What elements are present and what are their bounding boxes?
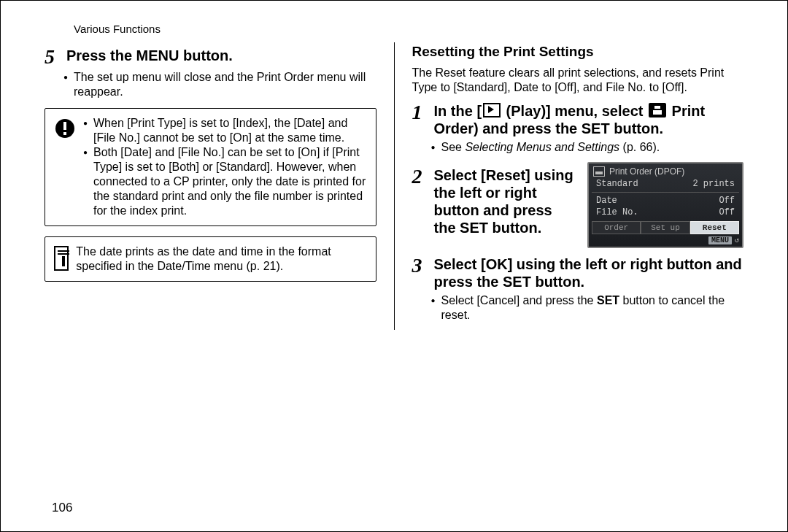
right-intro: The Reset feature clears all print selec… bbox=[412, 66, 744, 95]
printer-icon bbox=[593, 166, 605, 177]
step-5-note-1: The set up menu will close and the Print… bbox=[63, 70, 376, 99]
step-1-note-pre: See bbox=[441, 141, 466, 153]
right-column: Resetting the Print Settings The Reset f… bbox=[412, 42, 744, 330]
lcd-row-standard: Standard 2 prints bbox=[589, 178, 742, 190]
step-2-title: Select [Reset] using the left or right b… bbox=[434, 166, 575, 236]
lcd-tab-reset: Reset bbox=[690, 221, 739, 234]
step-number: 3 bbox=[412, 255, 430, 276]
step-1-note: See Selecting Menus and Settings (p. 66)… bbox=[431, 140, 744, 155]
lcd-screenshot: Print Order (DPOF) Standard 2 prints Dat… bbox=[587, 162, 743, 248]
memo-box: The date prints as the date and time in … bbox=[45, 236, 376, 282]
lcd-tab-setup: Set up bbox=[641, 221, 690, 234]
step-3-notes: Select [Cancel] and press the SET button… bbox=[431, 293, 744, 323]
print-order-icon bbox=[649, 103, 666, 117]
lcd-row2-label: Date bbox=[596, 196, 617, 206]
lcd-menu-hint: MENU ↺ bbox=[592, 236, 739, 244]
caution-bullet-2: Both [Date] and [File No.] can be set to… bbox=[83, 145, 367, 218]
lcd-separator bbox=[592, 192, 739, 193]
step-5-notes: The set up menu will close and the Print… bbox=[63, 70, 376, 99]
step-number: 1 bbox=[412, 102, 430, 123]
return-icon: ↺ bbox=[735, 236, 739, 244]
left-column: 5 Press the MENU button. The set up menu… bbox=[45, 42, 376, 330]
step-number: 2 bbox=[412, 166, 430, 187]
lcd-title: Print Order (DPOF) bbox=[609, 166, 684, 177]
two-column-layout: 5 Press the MENU button. The set up menu… bbox=[45, 42, 743, 330]
memo-text: The date prints as the date and time in … bbox=[76, 244, 366, 274]
lcd-row3-value: Off bbox=[719, 207, 735, 217]
step-title: Press the MENU button. bbox=[66, 47, 233, 64]
caution-box: When [Print Type] is set to [Index], the… bbox=[45, 108, 376, 226]
caution-icon bbox=[54, 117, 76, 143]
step-1-title-part1: In the [ bbox=[434, 103, 482, 119]
lcd-menu-label: MENU bbox=[708, 236, 732, 244]
step-5: 5 Press the MENU button. bbox=[45, 47, 376, 67]
lcd-row3-label: File No. bbox=[596, 207, 638, 217]
svg-rect-2 bbox=[63, 132, 66, 135]
column-divider bbox=[394, 42, 395, 330]
step-1-note-ref: Selecting Menus and Settings bbox=[465, 141, 619, 153]
step-number: 5 bbox=[45, 47, 62, 67]
step-2: 2 Select [Reset] using the left or right… bbox=[412, 166, 575, 236]
step-3-note-bold: SET bbox=[597, 294, 619, 307]
caution-bullets: When [Print Type] is set to [Index], the… bbox=[83, 116, 367, 218]
step-1-title: In the [ (Play)] menu, select Print Orde… bbox=[434, 102, 744, 137]
lcd-row1-value: 2 prints bbox=[692, 179, 735, 189]
step-3-note: Select [Cancel] and press the SET button… bbox=[431, 293, 744, 323]
lcd-row2-value: Off bbox=[719, 196, 735, 206]
right-section-title: Resetting the Print Settings bbox=[412, 44, 744, 60]
lcd-row-date: Date Off bbox=[589, 195, 742, 207]
step-1-title-part2: (Play)] menu, select bbox=[502, 103, 647, 119]
step-3: 3 Select [OK] using the left or right bu… bbox=[412, 255, 744, 290]
caution-bullet-1: When [Print Type] is set to [Index], the… bbox=[83, 116, 367, 145]
play-icon bbox=[483, 103, 501, 117]
page-number: 106 bbox=[52, 501, 72, 515]
lcd-title-bar: Print Order (DPOF) bbox=[589, 163, 742, 178]
lcd-row-fileno: File No. Off bbox=[589, 207, 742, 218]
step-2-row: 2 Select [Reset] using the left or right… bbox=[412, 162, 744, 248]
lcd-row1-label: Standard bbox=[596, 179, 638, 189]
step-1: 1 In the [ (Play)] menu, select Print Or… bbox=[412, 102, 744, 137]
step-3-note-pre: Select [Cancel] and press the bbox=[441, 294, 597, 307]
step-1-note-post: (p. 66). bbox=[619, 141, 660, 153]
svg-rect-1 bbox=[63, 122, 66, 130]
step-1-notes: See Selecting Menus and Settings (p. 66)… bbox=[431, 140, 744, 155]
step-2-text: 2 Select [Reset] using the left or right… bbox=[412, 162, 575, 236]
step-3-title: Select [OK] using the left or right butt… bbox=[434, 255, 744, 290]
lcd-tab-order: Order bbox=[592, 221, 641, 234]
section-header: Various Functions bbox=[74, 23, 743, 35]
manual-page: Various Functions 5 Press the MENU butto… bbox=[0, 0, 788, 532]
memo-icon bbox=[54, 246, 69, 271]
lcd-tabs: Order Set up Reset bbox=[592, 221, 739, 234]
